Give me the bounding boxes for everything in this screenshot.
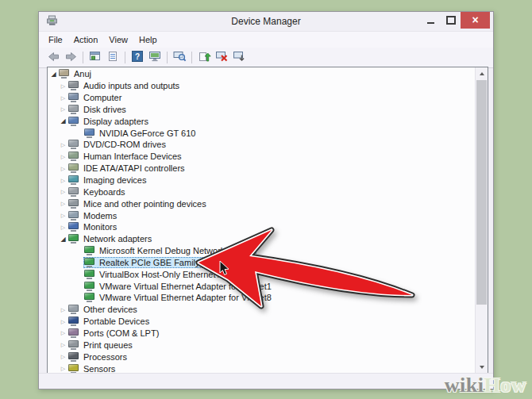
tree-item-label: Keyboards bbox=[83, 187, 125, 197]
tree-row[interactable]: VirtualBox Host-Only Ethernet Adapter bbox=[48, 268, 476, 280]
scroll-up-button[interactable] bbox=[476, 67, 488, 79]
help-button[interactable]: ? bbox=[129, 50, 146, 66]
vertical-scrollbar[interactable] bbox=[475, 67, 488, 373]
tree-item[interactable]: Microsoft Kernel Debug Network Adapter bbox=[83, 245, 260, 256]
menu-file[interactable]: File bbox=[48, 35, 69, 44]
portable-device-icon bbox=[68, 317, 79, 326]
minimize-button[interactable] bbox=[421, 12, 441, 28]
expander-collapsed-icon[interactable]: ▷ bbox=[59, 317, 67, 326]
expander-collapsed-icon[interactable]: ▷ bbox=[59, 328, 67, 337]
expander-collapsed-icon[interactable]: ▷ bbox=[59, 94, 67, 102]
tree-item[interactable]: Processors bbox=[67, 351, 129, 363]
expander-collapsed-icon[interactable]: ▷ bbox=[59, 152, 67, 161]
tree-item[interactable]: Computer bbox=[67, 92, 124, 103]
expander-collapsed-icon[interactable]: ▷ bbox=[59, 164, 67, 173]
tree-item[interactable]: Network adapters bbox=[67, 233, 154, 244]
tree-item[interactable]: Anuj bbox=[58, 68, 94, 79]
tree-row[interactable]: ◢Anuj bbox=[48, 68, 476, 80]
export-list-button[interactable] bbox=[104, 50, 121, 66]
tree-row[interactable]: ▷Imaging devices bbox=[48, 175, 476, 186]
tree-item[interactable]: VMware Virtual Ethernet Adapter for VMne… bbox=[83, 281, 274, 292]
tree-row[interactable]: ▷Processors bbox=[48, 351, 476, 363]
tree-item[interactable]: Mice and other pointing devices bbox=[67, 198, 209, 209]
tree-row[interactable]: ◢Network adapters bbox=[48, 233, 476, 245]
tree-row[interactable]: ▷Keyboards bbox=[48, 186, 476, 198]
network-adapter-icon bbox=[84, 293, 94, 302]
expander-collapsed-icon[interactable]: ▷ bbox=[59, 82, 67, 90]
scan-hardware-changes-button[interactable] bbox=[171, 50, 188, 66]
tree-item[interactable]: Display adapters bbox=[67, 116, 151, 127]
expander-collapsed-icon[interactable]: ▷ bbox=[59, 199, 67, 208]
tree-row[interactable]: ▷Modems bbox=[48, 209, 476, 221]
tree-item-label: Microsoft Kernel Debug Network Adapter bbox=[98, 246, 257, 255]
tree-row[interactable]: ▷Audio inputs and outputs bbox=[48, 80, 476, 92]
selected-tree-item[interactable]: Realtek PCIe GBE Family Controller bbox=[83, 257, 242, 268]
tree-item[interactable]: IDE ATA/ATAPI controllers bbox=[67, 163, 187, 174]
tree-row[interactable]: ▷Human Interface Devices bbox=[48, 151, 476, 163]
tree-row[interactable]: Microsoft Kernel Debug Network Adapter bbox=[48, 245, 476, 257]
tree-item[interactable]: Sensors bbox=[67, 363, 118, 373]
tree-item[interactable]: Print queues bbox=[67, 340, 135, 351]
expander-collapsed-icon[interactable]: ▷ bbox=[59, 105, 67, 113]
tree-row[interactable]: ▷DVD/CD-ROM drives bbox=[48, 139, 476, 151]
tree-row[interactable]: ▷Print queues bbox=[48, 339, 476, 351]
tree-row[interactable]: ◢Display adapters bbox=[48, 115, 476, 127]
expander-collapsed-icon[interactable]: ▷ bbox=[59, 140, 67, 149]
menu-help[interactable]: Help bbox=[139, 35, 164, 44]
tree-item[interactable]: VMware Virtual Ethernet Adapter for VMne… bbox=[83, 292, 274, 303]
expander-expanded-icon[interactable]: ◢ bbox=[59, 235, 67, 244]
tree-item[interactable]: Portable Devices bbox=[67, 316, 152, 327]
expander-collapsed-icon[interactable]: ▷ bbox=[59, 352, 67, 361]
tree-row[interactable]: VMware Virtual Ethernet Adapter for VMne… bbox=[48, 280, 476, 292]
tree-row[interactable]: ▷Other devices bbox=[48, 304, 476, 316]
menu-action[interactable]: Action bbox=[74, 35, 105, 44]
tree-row[interactable]: NVIDIA GeForce GT 610 bbox=[48, 127, 476, 139]
tree-row[interactable]: ▷Computer bbox=[48, 92, 476, 104]
expander-collapsed-icon[interactable]: ▷ bbox=[59, 176, 67, 185]
expander-collapsed-icon[interactable]: ▷ bbox=[59, 340, 67, 349]
tree-item[interactable]: DVD/CD-ROM drives bbox=[67, 139, 168, 150]
scrollbar-thumb[interactable] bbox=[476, 80, 487, 305]
tree-item[interactable]: Disk drives bbox=[67, 104, 129, 115]
console-tree-button[interactable] bbox=[87, 50, 104, 66]
close-button[interactable]: × bbox=[461, 12, 490, 29]
forward-button[interactable] bbox=[62, 50, 79, 66]
tree-row[interactable]: ▷Portable Devices bbox=[48, 316, 476, 328]
tree-item[interactable]: Other devices bbox=[67, 304, 140, 315]
disable-device-button[interactable] bbox=[213, 50, 230, 66]
tree-row[interactable]: ▷Monitors bbox=[48, 221, 476, 233]
tree-item[interactable]: NVIDIA GeForce GT 610 bbox=[83, 128, 198, 139]
update-driver-button[interactable] bbox=[195, 50, 213, 66]
expander-collapsed-icon[interactable]: ▷ bbox=[59, 187, 67, 196]
tree-row[interactable]: ▷IDE ATA/ATAPI controllers bbox=[48, 163, 476, 175]
tree-item[interactable]: Human Interface Devices bbox=[67, 151, 184, 162]
tree-item[interactable]: Ports (COM & LPT) bbox=[67, 328, 161, 339]
expander-collapsed-icon[interactable]: ▷ bbox=[59, 223, 67, 232]
tree-item[interactable]: Keyboards bbox=[67, 186, 128, 198]
expander-collapsed-icon[interactable]: ▷ bbox=[59, 364, 67, 373]
maximize-button[interactable] bbox=[441, 12, 461, 28]
tree-item[interactable]: Audio inputs and outputs bbox=[67, 80, 182, 91]
expander-collapsed-icon[interactable]: ▷ bbox=[59, 305, 67, 314]
wikihow-watermark: wikiHow bbox=[445, 374, 526, 397]
tree-item[interactable]: Modems bbox=[67, 210, 119, 221]
tree-row[interactable]: VMware Virtual Ethernet Adapter for VMne… bbox=[48, 292, 476, 304]
tree-row[interactable]: ▷Disk drives bbox=[48, 104, 476, 116]
expander-expanded-icon[interactable]: ◢ bbox=[59, 117, 67, 125]
back-button[interactable] bbox=[44, 50, 62, 66]
tree-item[interactable]: Imaging devices bbox=[67, 175, 149, 186]
title-bar[interactable]: Device Manager × bbox=[39, 12, 493, 31]
tree-row[interactable]: ▷Ports (COM & LPT) bbox=[48, 328, 476, 340]
expander-collapsed-icon[interactable]: ▷ bbox=[59, 211, 67, 220]
uninstall-device-button[interactable] bbox=[230, 50, 248, 66]
tree-row[interactable]: ▷Mice and other pointing devices bbox=[48, 198, 476, 209]
expander-expanded-icon[interactable]: ◢ bbox=[49, 70, 58, 79]
tree-row[interactable]: Realtek PCIe GBE Family Controller bbox=[48, 257, 476, 269]
scroll-down-button[interactable] bbox=[476, 361, 488, 373]
tree-item[interactable]: VirtualBox Host-Only Ethernet Adapter bbox=[83, 269, 251, 280]
tree-item[interactable]: Monitors bbox=[67, 221, 119, 232]
chevron-up-icon bbox=[480, 72, 484, 75]
menu-view[interactable]: View bbox=[109, 35, 134, 44]
tree-row[interactable]: ▷Sensors bbox=[48, 363, 476, 373]
devices-view-button[interactable] bbox=[146, 50, 164, 66]
